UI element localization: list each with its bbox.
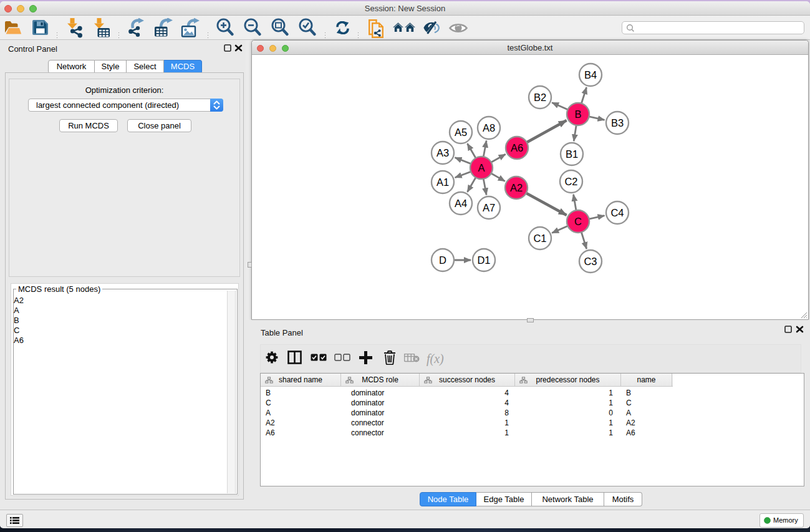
- svg-text:A8: A8: [483, 122, 495, 133]
- svg-text:A4: A4: [455, 198, 467, 209]
- svg-text:A2: A2: [510, 182, 523, 193]
- svg-text:B2: B2: [534, 92, 546, 103]
- svg-text:A1: A1: [436, 177, 449, 188]
- svg-text:B3: B3: [611, 117, 624, 128]
- svg-text:C2: C2: [564, 176, 577, 187]
- svg-text:C4: C4: [610, 207, 624, 218]
- svg-text:A5: A5: [455, 127, 467, 138]
- svg-text:B4: B4: [584, 69, 597, 80]
- svg-text:C: C: [574, 216, 582, 227]
- svg-text:C3: C3: [584, 256, 597, 267]
- svg-text:A3: A3: [436, 147, 449, 158]
- svg-text:A6: A6: [511, 142, 523, 153]
- svg-text:B1: B1: [566, 148, 578, 160]
- svg-text:B: B: [574, 109, 581, 120]
- svg-text:D1: D1: [477, 254, 490, 266]
- svg-text:A: A: [478, 162, 485, 173]
- svg-text:C1: C1: [533, 233, 546, 244]
- svg-text:A7: A7: [483, 202, 495, 213]
- svg-text:D: D: [439, 254, 446, 266]
